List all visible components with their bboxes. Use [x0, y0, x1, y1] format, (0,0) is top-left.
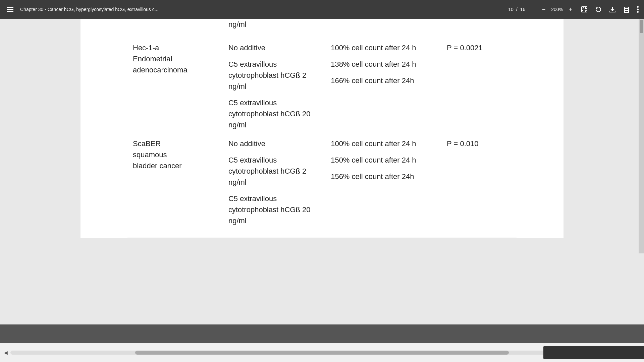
- zoom-value: 200%: [551, 7, 563, 12]
- page-total: 16: [520, 7, 526, 12]
- vertical-scroll-thumb[interactable]: [640, 20, 643, 33]
- cell-text-100pct-2: 100% cell count after 24 h: [331, 138, 436, 149]
- cell-bottom-empty4: [441, 238, 517, 238]
- cell-scaber: ScaBERsquamousbladder cancer: [127, 134, 223, 238]
- cell-text-c5-2ng-1: C5 extravillous cytotrophoblast hCGß 2 n…: [228, 59, 320, 92]
- cell-empty-top: [127, 19, 223, 38]
- svg-rect-0: [582, 7, 587, 12]
- zoom-in-button[interactable]: +: [566, 5, 575, 14]
- cell-bottom-empty3: [325, 238, 441, 238]
- cell-text-no-additive-2: No additive: [228, 138, 320, 149]
- cell-text-pvalue-1: P = 0.0021: [447, 42, 511, 53]
- cell-bottom-empty1: [127, 238, 223, 238]
- table-row-hec1a: Hec-1-aEndometrialadenocarcinoma No addi…: [127, 38, 517, 134]
- vertical-scrollbar[interactable]: [639, 19, 644, 253]
- cell-text-hec1a: Hec-1-aEndometrialadenocarcinoma: [133, 42, 218, 75]
- cell-hec1a-results: 100% cell count after 24 h 138% cell cou…: [325, 38, 441, 134]
- cell-text-c5-20ng-2: C5 extravillous cytotrophoblast hCGß 20 …: [228, 193, 320, 234]
- horizontal-scrollbar[interactable]: ◀ ▶: [0, 343, 644, 362]
- cell-hec1a-additives: No additive C5 extravillous cytotrophobl…: [223, 38, 325, 134]
- cell-text-c5-20ng-1: C5 extravillous cytotrophoblast hCGß 20 …: [228, 97, 320, 130]
- document-title: Chapter 30 - Cancer hCG, hyperglycosylat…: [20, 7, 503, 12]
- cell-hec1a-pvalue: P = 0.0021: [441, 38, 517, 134]
- h-scrollbar-thumb: [135, 351, 509, 355]
- cell-empty-top2: [325, 19, 441, 38]
- cell-hec1a: Hec-1-aEndometrialadenocarcinoma: [127, 38, 223, 134]
- scroll-left-button[interactable]: ◀: [4, 350, 8, 355]
- table-row-bottom: [127, 238, 517, 238]
- cell-empty-top3: [441, 19, 517, 38]
- pdf-page: ng/ml Hec-1-aEndometrialadenocarcinoma N…: [80, 19, 564, 238]
- fit-page-button[interactable]: [581, 6, 588, 13]
- data-table: ng/ml Hec-1-aEndometrialadenocarcinoma N…: [127, 19, 517, 238]
- toolbar-divider: [532, 5, 532, 13]
- cell-text-138pct: 138% cell count after 24 h: [331, 59, 436, 70]
- page-indicator: 10 / 16: [508, 7, 525, 12]
- page-separator: /: [516, 7, 518, 12]
- cell-text-no-additive-1: No additive: [228, 42, 320, 53]
- cell-text-150pct: 150% cell count after 24 h: [331, 155, 436, 166]
- cell-ngml: ng/ml: [223, 19, 325, 38]
- zoom-controls: − 200% +: [539, 5, 575, 14]
- hamburger-icon: [7, 7, 13, 12]
- zoom-out-button[interactable]: −: [539, 5, 548, 14]
- toolbar: Chapter 30 - Cancer hCG, hyperglycosylat…: [0, 0, 644, 19]
- table-row-top-partial: ng/ml: [127, 19, 517, 38]
- rotate-button[interactable]: [595, 6, 602, 13]
- more-options-button[interactable]: [637, 6, 639, 13]
- svg-point-3: [637, 6, 639, 8]
- page-current: 10: [508, 7, 514, 12]
- main-content: ng/ml Hec-1-aEndometrialadenocarcinoma N…: [0, 19, 644, 362]
- scrollbar-large-thumb[interactable]: [543, 346, 644, 359]
- svg-point-5: [637, 11, 639, 13]
- cell-text-c5-2ng-2: C5 extravillous cytotrophoblast hCGß 2 n…: [228, 155, 320, 188]
- svg-point-2: [628, 9, 629, 10]
- cell-text-scaber: ScaBERsquamousbladder cancer: [133, 138, 218, 171]
- cell-bottom-empty2: [223, 238, 325, 238]
- cell-text-156pct: 156% cell count after 24h: [331, 171, 436, 182]
- menu-button[interactable]: [5, 5, 15, 14]
- cell-scaber-additives: No additive C5 extravillous cytotrophobl…: [223, 134, 325, 238]
- cell-text-100pct-1: 100% cell count after 24 h: [331, 42, 436, 53]
- cell-scaber-results: 100% cell count after 24 h 150% cell cou…: [325, 134, 441, 238]
- cell-scaber-pvalue: P = 0.010: [441, 134, 517, 238]
- download-button[interactable]: [609, 6, 616, 13]
- cell-text-166pct: 166% cell count after 24h: [331, 75, 436, 86]
- svg-rect-1: [625, 10, 629, 12]
- toolbar-right: [581, 6, 639, 13]
- table-row-scaber: ScaBERsquamousbladder cancer No additive…: [127, 134, 517, 238]
- cell-text-pvalue-2: P = 0.010: [447, 138, 511, 149]
- h-scrollbar-track: [10, 351, 634, 355]
- print-button[interactable]: [623, 6, 630, 13]
- svg-point-4: [637, 9, 639, 10]
- cell-text-ngml: ng/ml: [228, 19, 320, 30]
- bottom-bar: [0, 324, 644, 343]
